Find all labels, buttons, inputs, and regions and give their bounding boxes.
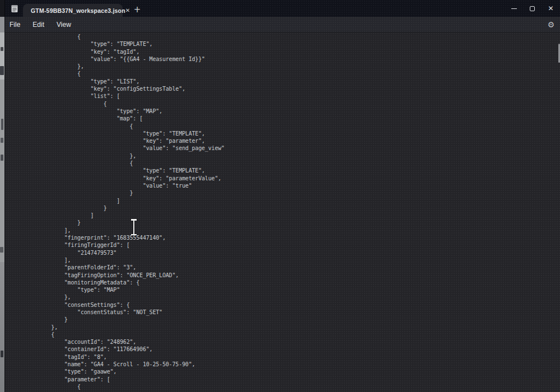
background-window-edge <box>0 0 4 392</box>
background-window-segment <box>0 262 4 392</box>
menu-edit[interactable]: Edit <box>26 21 50 29</box>
notepad-window: GTM-59BB37N_workspace3.json ✕ + ✕ File E… <box>4 0 560 392</box>
background-window-fragment <box>0 247 3 253</box>
background-window-segment <box>0 0 4 17</box>
minimize-icon <box>511 8 517 9</box>
background-window-fragment <box>1 47 3 51</box>
settings-gear-icon[interactable]: ⚙ <box>545 18 557 31</box>
editor-area[interactable]: { "type": "TEMPLATE", "key": "tagId", "v… <box>5 32 560 392</box>
menubar: File Edit View ⚙ <box>5 17 560 32</box>
maximize-icon <box>530 6 535 11</box>
background-window-segment <box>0 80 4 262</box>
background-window-fragment <box>1 119 3 130</box>
tab-title: GTM-59BB37N_workspace3.json <box>23 7 125 14</box>
tab-close-icon[interactable]: ✕ <box>125 7 130 13</box>
background-window-fragment <box>1 138 3 143</box>
background-window-fragment <box>1 351 3 357</box>
background-window-fragment <box>1 155 3 161</box>
titlebar: GTM-59BB37N_workspace3.json ✕ + ✕ <box>5 0 560 17</box>
new-tab-button[interactable]: + <box>131 4 143 16</box>
maximize-button[interactable] <box>523 0 542 17</box>
ibeam-bar <box>133 220 135 234</box>
screen: GTM-59BB37N_workspace3.json ✕ + ✕ File E… <box>0 0 560 392</box>
code-content[interactable]: { "type": "TEMPLATE", "key": "tagId", "v… <box>5 33 225 390</box>
ibeam-bottom-serif <box>131 234 137 236</box>
file-tab[interactable]: GTM-59BB37N_workspace3.json ✕ <box>23 4 123 17</box>
window-controls: ✕ <box>505 0 560 17</box>
close-button[interactable]: ✕ <box>542 0 560 17</box>
background-window-fragment <box>0 66 4 75</box>
menu-view[interactable]: View <box>50 21 77 29</box>
text-ibeam-cursor <box>130 219 137 235</box>
background-window-segment <box>0 17 4 32</box>
notepad-app-icon <box>11 4 18 13</box>
minimize-button[interactable] <box>505 0 523 17</box>
menu-file[interactable]: File <box>5 21 26 29</box>
